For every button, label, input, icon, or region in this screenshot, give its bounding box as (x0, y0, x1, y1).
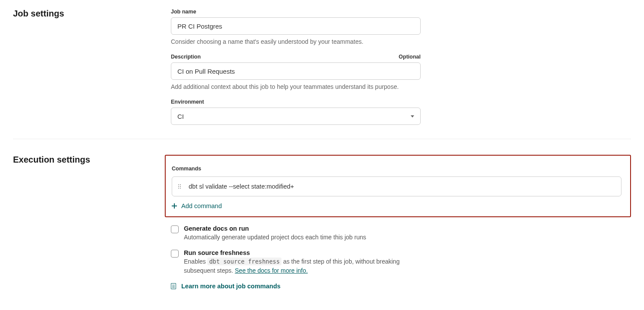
add-command-label: Add command (181, 202, 222, 209)
commands-highlight-box: Commands dbt sl validate --select state:… (165, 155, 631, 217)
command-text: dbt sl validate --select state:modified+ (189, 183, 294, 190)
source-freshness-desc: Enables dbt source freshness as the firs… (184, 257, 427, 275)
drag-handle-icon[interactable] (178, 184, 181, 189)
generate-docs-checkbox[interactable] (171, 225, 179, 233)
environment-label: Environment (171, 99, 204, 105)
section-divider (13, 139, 631, 139)
description-optional-tag: Optional (399, 54, 421, 60)
job-name-help: Consider choosing a name that's easily u… (171, 38, 421, 45)
job-name-label: Job name (171, 9, 196, 15)
description-label: Description (171, 54, 201, 60)
command-row[interactable]: dbt sl validate --select state:modified+ (172, 176, 621, 196)
code-inline: dbt source freshness (207, 258, 281, 265)
add-command-button[interactable]: Add command (172, 202, 621, 209)
generate-docs-title: Generate docs on run (184, 225, 427, 232)
generate-docs-desc: Automatically generate updated project d… (184, 233, 427, 241)
execution-settings-heading: Execution settings (13, 155, 162, 165)
learn-more-label: Learn more about job commands (181, 283, 281, 290)
environment-value: CI (177, 113, 184, 120)
document-icon (171, 283, 176, 289)
chevron-down-icon (411, 115, 414, 117)
see-docs-link[interactable]: See the docs for more info. (235, 267, 308, 274)
environment-select[interactable]: CI (171, 108, 421, 125)
source-freshness-checkbox[interactable] (171, 250, 179, 258)
plus-icon (172, 203, 177, 209)
job-settings-heading: Job settings (13, 9, 162, 19)
description-help: Add additional context about this job to… (171, 83, 421, 90)
commands-label: Commands (172, 166, 201, 172)
source-freshness-title: Run source freshness (184, 249, 427, 256)
description-input[interactable] (171, 62, 421, 80)
job-name-input[interactable] (171, 17, 421, 35)
learn-more-link[interactable]: Learn more about job commands (171, 283, 631, 290)
